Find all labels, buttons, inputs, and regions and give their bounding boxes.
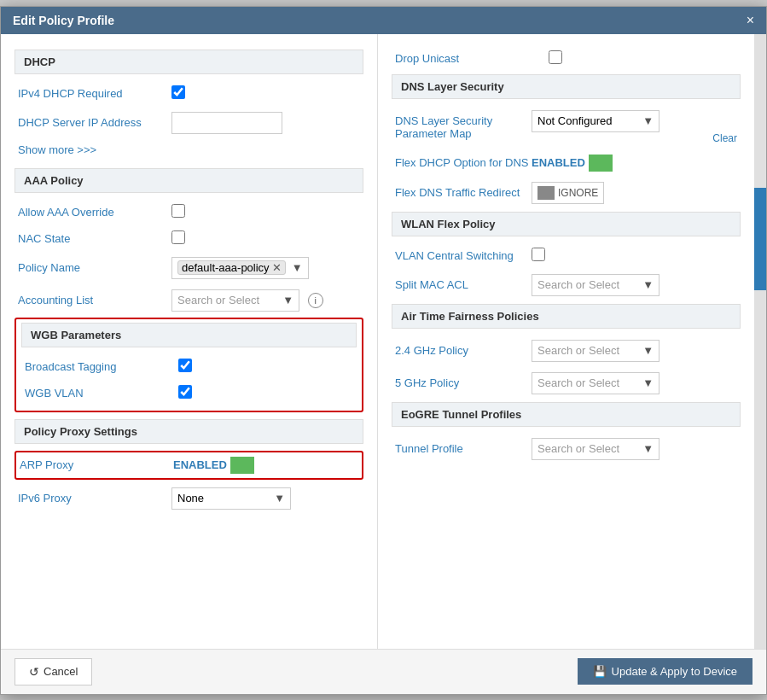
nac-state-value [171, 230, 360, 247]
flex-dhcp-value: ENABLED [532, 155, 737, 172]
flex-dns-toggle-box [537, 186, 555, 200]
wgb-vlan-label: WGB VLAN [25, 387, 178, 400]
ghz-5-dropdown[interactable]: Search or Select ▼ [532, 372, 660, 394]
wgb-vlan-value [178, 385, 353, 401]
dns-layer-label: DNS Layer Security Parameter Map [395, 114, 532, 140]
cancel-button[interactable]: ↺ Cancel [15, 658, 92, 685]
accounting-list-label: Accounting List [18, 294, 171, 306]
wgb-vlan-row: WGB VLAN [21, 381, 357, 405]
split-mac-label: Split MAC ACL [395, 278, 532, 291]
proxy-section-header: Policy Proxy Settings [15, 419, 363, 444]
nac-state-checkbox[interactable] [171, 230, 185, 244]
accounting-list-row: Accounting List Search or Select ▼ i [15, 285, 363, 316]
accounting-info-icon[interactable]: i [308, 293, 323, 308]
ipv6-proxy-text: None [177, 492, 204, 505]
dhcp-server-ip-value [171, 112, 360, 134]
accounting-list-value: Search or Select ▼ i [171, 289, 360, 312]
nac-state-label: NAC State [18, 232, 171, 245]
wgb-vlan-checkbox[interactable] [178, 385, 192, 399]
ghz-5-label: 5 GHz Policy [395, 376, 532, 389]
arp-proxy-label: ARP Proxy [20, 458, 173, 471]
policy-name-row: Policy Name default-aaa-policy ✕ ▼ [15, 253, 363, 283]
drop-unicast-checkbox[interactable] [549, 50, 562, 64]
vlan-central-row: VLAN Central Switching [392, 243, 741, 268]
ghz-24-dropdown[interactable]: Search or Select ▼ [532, 340, 660, 362]
policy-name-tag: default-aaa-policy ✕ [177, 260, 286, 275]
dns-clear-link[interactable]: Clear [712, 132, 737, 144]
edit-policy-modal: Edit Policy Profile × DHCP IPv4 DHCP Req… [0, 6, 767, 695]
policy-name-arrow: ▼ [292, 261, 303, 274]
ipv6-proxy-row: IPv6 Proxy None ▼ [15, 483, 363, 514]
vlan-central-checkbox[interactable] [532, 248, 545, 261]
ipv4-dhcp-checkbox[interactable] [171, 85, 185, 99]
dns-layer-arrow: ▼ [642, 114, 654, 127]
dhcp-server-ip-row: DHCP Server IP Address [15, 108, 363, 138]
ghz-24-placeholder: Search or Select [537, 344, 619, 357]
ipv6-proxy-arrow: ▼ [274, 492, 285, 505]
right-panel: Drop Unicast DNS Layer Security DNS Laye… [378, 34, 754, 649]
ipv6-proxy-label: IPv6 Proxy [18, 492, 171, 505]
flex-dns-row: Flex DNS Traffic Redirect IGNORE [392, 178, 741, 208]
tunnel-profile-dropdown[interactable]: Search or Select ▼ [532, 438, 660, 460]
ipv6-proxy-dropdown[interactable]: None ▼ [171, 487, 291, 510]
wlan-flex-section-header: WLAN Flex Policy [392, 212, 741, 236]
broadcast-tagging-checkbox[interactable] [178, 359, 192, 372]
dhcp-section-header: DHCP [15, 50, 363, 74]
dns-layer-dropdown[interactable]: Not Configured ▼ [532, 110, 660, 132]
drop-unicast-row: Drop Unicast [392, 46, 741, 71]
flex-dns-ignore-text: IGNORE [558, 187, 598, 199]
vlan-central-label: VLAN Central Switching [395, 249, 532, 262]
split-mac-value: Search or Select ▼ [532, 274, 737, 296]
accounting-list-dropdown[interactable]: Search or Select ▼ [171, 289, 299, 312]
accounting-list-arrow: ▼ [282, 294, 293, 306]
flex-dns-label: Flex DNS Traffic Redirect [395, 186, 532, 199]
modal-title: Edit Policy Profile [13, 14, 114, 27]
ghz-5-row: 5 GHz Policy Search or Select ▼ [392, 368, 741, 399]
scroll-thumb[interactable] [754, 188, 766, 290]
ipv6-proxy-value: None ▼ [171, 487, 360, 510]
arp-proxy-row: ARP Proxy ENABLED [15, 451, 363, 480]
tunnel-profile-row: Tunnel Profile Search or Select ▼ [392, 434, 741, 464]
split-mac-dropdown[interactable]: Search or Select ▼ [532, 274, 660, 296]
allow-aaa-checkbox[interactable] [171, 204, 185, 218]
split-mac-placeholder: Search or Select [537, 278, 619, 291]
ipv4-dhcp-label: IPv4 DHCP Required [18, 87, 171, 100]
ghz-24-arrow: ▼ [642, 344, 654, 357]
arp-proxy-toggle[interactable] [230, 457, 254, 474]
flex-dns-toggle[interactable]: IGNORE [532, 182, 604, 204]
tunnel-profile-placeholder: Search or Select [537, 442, 619, 455]
update-button[interactable]: 💾 Update & Apply to Device [578, 658, 752, 685]
drop-unicast-value [549, 50, 737, 67]
modal-body: DHCP IPv4 DHCP Required DHCP Server IP A… [1, 34, 766, 649]
split-mac-row: Split MAC ACL Search or Select ▼ [392, 270, 741, 300]
ipv4-dhcp-row: IPv4 DHCP Required [15, 81, 363, 106]
flex-dhcp-label: Flex DHCP Option for DNS [395, 156, 532, 169]
ghz-24-label: 2.4 GHz Policy [395, 344, 532, 357]
dhcp-server-ip-label: DHCP Server IP Address [18, 116, 171, 129]
scrollbar[interactable] [754, 34, 766, 649]
wgb-parameters-box: WGB Parameters Broadcast Tagging WGB VLA… [15, 318, 363, 412]
policy-name-label: Policy Name [18, 261, 171, 274]
policy-name-value: default-aaa-policy ✕ ▼ [171, 257, 360, 279]
modal-footer: ↺ Cancel 💾 Update & Apply to Device [1, 649, 766, 694]
ipv4-dhcp-value [171, 85, 360, 102]
ghz-24-row: 2.4 GHz Policy Search or Select ▼ [392, 335, 741, 366]
drop-unicast-label: Drop Unicast [395, 52, 549, 65]
flex-dhcp-toggle[interactable] [589, 155, 613, 172]
eogre-section-header: EoGRE Tunnel Profiles [392, 402, 741, 427]
arp-proxy-value: ENABLED [173, 457, 358, 474]
policy-name-dropdown[interactable]: default-aaa-policy ✕ ▼ [171, 257, 309, 279]
show-more-link[interactable]: Show more >>> [18, 143, 96, 156]
policy-name-tag-text: default-aaa-policy [182, 261, 270, 274]
split-mac-arrow: ▼ [642, 278, 654, 291]
cancel-label: Cancel [44, 665, 78, 678]
vlan-central-value [532, 248, 737, 264]
flex-dns-value: IGNORE [532, 182, 737, 204]
close-button[interactable]: × [747, 14, 754, 27]
dhcp-server-ip-input[interactable] [171, 112, 282, 134]
flex-dhcp-row: Flex DHCP Option for DNS ENABLED [392, 150, 741, 176]
tag-remove-icon[interactable]: ✕ [272, 261, 282, 274]
air-time-section-header: Air Time Fairness Policies [392, 304, 741, 329]
arp-proxy-enabled-text: ENABLED [173, 458, 227, 471]
dns-layer-text: Not Configured [537, 114, 612, 127]
